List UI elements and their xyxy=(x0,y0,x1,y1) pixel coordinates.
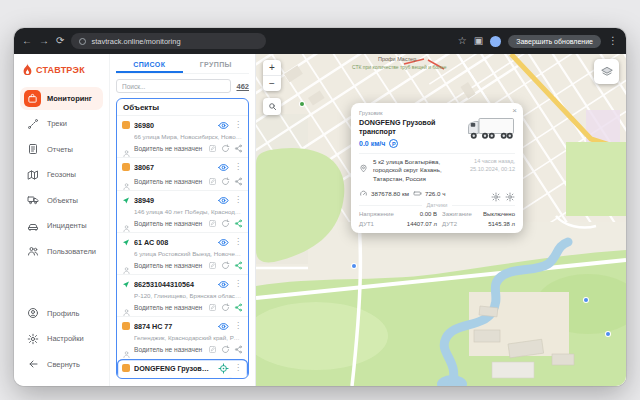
vehicle-title: DONGFENG Грузовой транспорт xyxy=(359,118,461,136)
odometer-icon xyxy=(359,189,368,198)
app-logo[interactable]: СТАВТРЭК xyxy=(20,61,103,84)
poi-dot xyxy=(352,264,356,268)
track-replay-icon[interactable] xyxy=(220,143,230,153)
locate-target-icon[interactable] xyxy=(217,362,229,374)
sidebar-item-geofences[interactable]: Геозоны xyxy=(20,163,103,186)
sensor-value: 14407.07 л xyxy=(399,221,437,227)
site-info-icon[interactable] xyxy=(79,38,86,45)
edit-note-icon[interactable] xyxy=(207,143,217,153)
visibility-eye-icon[interactable] xyxy=(217,236,229,248)
tab-list[interactable]: СПИСОК xyxy=(116,59,183,73)
item-menu-icon[interactable]: ⋮ xyxy=(233,163,243,171)
popup-location-row: 5 к2 улица Богатырёва, городской округ К… xyxy=(359,158,515,183)
edit-note-icon[interactable] xyxy=(207,344,217,354)
browser-update-button[interactable]: Завершить обновление xyxy=(508,35,601,48)
parking-status-icon: P xyxy=(389,139,398,148)
search-input[interactable] xyxy=(116,79,231,93)
settings-icon xyxy=(24,330,41,347)
object-list-item[interactable]: 8874 НС 77⋮Геленджик, Краснодарский край… xyxy=(117,316,248,358)
map-search-button[interactable] xyxy=(263,98,281,115)
poi-dot-green xyxy=(300,102,304,106)
map-layers-button[interactable] xyxy=(594,59,619,84)
back-icon[interactable]: ← xyxy=(22,36,32,46)
status-parked-icon xyxy=(122,364,130,372)
item-menu-icon[interactable]: ⋮ xyxy=(233,322,243,330)
item-menu-icon[interactable]: ⋮ xyxy=(233,196,243,204)
extensions-icon[interactable]: ▣ xyxy=(474,36,483,46)
route-share-icon[interactable] xyxy=(233,143,243,153)
route-share-icon[interactable] xyxy=(233,176,243,186)
sidebar-item-tracks[interactable]: Треки xyxy=(20,112,103,135)
track-replay-icon[interactable] xyxy=(220,260,230,270)
object-list-item[interactable]: 36980⋮66 улица Мира, Новосибирск, Новоси… xyxy=(117,115,248,157)
sidebar-item-collapse[interactable]: Свернуть xyxy=(20,353,103,376)
edit-note-icon[interactable] xyxy=(207,176,217,186)
visibility-eye-icon[interactable] xyxy=(217,161,229,173)
object-list-item[interactable]: 38067⋮Водитель не назначен xyxy=(117,157,248,190)
item-menu-icon[interactable]: ⋮ xyxy=(233,121,243,129)
search-row: 462 xyxy=(116,79,249,93)
object-list-item[interactable]: 38949⋮146 улица 40 лет Победы, Краснодар… xyxy=(117,190,248,232)
route-share-icon[interactable] xyxy=(233,302,243,312)
item-menu-icon[interactable]: ⋮ xyxy=(233,280,243,288)
close-icon[interactable]: × xyxy=(512,106,517,115)
sensor-label: ДУТ2 xyxy=(442,221,472,227)
profile-avatar[interactable] xyxy=(490,36,501,47)
track-replay-icon[interactable] xyxy=(220,302,230,312)
visibility-eye-icon[interactable] xyxy=(217,194,229,206)
sidebar-item-reports[interactable]: Отчеты xyxy=(20,138,103,161)
track-replay-icon[interactable] xyxy=(220,176,230,186)
track-replay-icon[interactable] xyxy=(220,344,230,354)
visibility-eye-icon[interactable] xyxy=(217,278,229,290)
app-content: СТАВТРЭК МониторингТрекиОтчетыГеозоныОбъ… xyxy=(14,54,626,386)
item-menu-icon[interactable]: ⋮ xyxy=(233,238,243,246)
tab-groups[interactable]: ГРУППЫ xyxy=(183,59,250,73)
reload-icon[interactable]: ⟳ xyxy=(56,36,64,46)
route-share-icon[interactable] xyxy=(233,344,243,354)
edit-note-icon[interactable] xyxy=(207,218,217,228)
objects-panel: СПИСОК ГРУППЫ 462 Объекты 36980⋮66 улица… xyxy=(110,54,256,386)
bookmark-star-icon[interactable]: ☆ xyxy=(458,36,467,46)
objects-count[interactable]: 462 xyxy=(236,82,249,91)
edit-note-icon[interactable] xyxy=(207,302,217,312)
sensors-settings-icon[interactable] xyxy=(491,188,501,198)
driver-status: Водитель не назначен xyxy=(134,178,204,185)
objects-section-title: Объекты xyxy=(117,99,248,115)
route-share-icon[interactable] xyxy=(233,218,243,228)
zoom-in-button[interactable]: + xyxy=(263,60,281,75)
route-share-icon[interactable] xyxy=(233,260,243,270)
object-title: 38949 xyxy=(134,196,213,205)
driver-person-icon xyxy=(122,345,131,354)
settings-gear-icon[interactable] xyxy=(505,188,515,198)
track-replay-icon[interactable] xyxy=(220,218,230,228)
driver-person-icon xyxy=(122,144,131,153)
objects-list: 36980⋮66 улица Мира, Новосибирск, Новоси… xyxy=(117,115,248,378)
sidebar-item-profile[interactable]: Профиль xyxy=(20,302,103,325)
object-list-item[interactable]: 862531044310564⋮Р-120, Глинищево, Брянск… xyxy=(117,274,248,316)
item-menu-icon[interactable]: ⋮ xyxy=(233,364,243,372)
profile-icon xyxy=(24,305,41,322)
forward-icon[interactable]: → xyxy=(39,36,49,46)
vehicle-address: 5 к2 улица Богатырёва, городской округ К… xyxy=(373,158,466,183)
reports-icon xyxy=(24,141,41,158)
collapse-icon xyxy=(24,356,41,373)
object-list-item[interactable]: 61 АС 008⋮6 улица Ростовский Выезд, Ново… xyxy=(117,232,248,274)
object-title: 36980 xyxy=(134,121,213,130)
sensor-label: Зажигание xyxy=(442,211,472,217)
visibility-eye-icon[interactable] xyxy=(217,320,229,332)
sidebar-item-settings[interactable]: Настройки xyxy=(20,327,103,350)
map[interactable]: Профи Мастер СТК при количестве труб вещ… xyxy=(256,54,626,386)
edit-note-icon[interactable] xyxy=(207,260,217,270)
object-address: Р-120, Глинищево, Брянская область, Росс… xyxy=(134,292,243,299)
url-text: stavtrack.online/monitoring xyxy=(91,37,180,46)
sidebar-item-objects[interactable]: Объекты xyxy=(20,189,103,212)
object-list-item[interactable]: DONGFENG Грузовой транспорт⋮5 к2 улица Б… xyxy=(117,358,248,378)
visibility-eye-icon[interactable] xyxy=(217,119,229,131)
browser-menu-icon[interactable]: ⋮ xyxy=(608,36,618,46)
sidebar-item-users[interactable]: Пользователи xyxy=(20,240,103,263)
sidebar-item-incidents[interactable]: Инциденты xyxy=(20,214,103,237)
address-bar[interactable]: stavtrack.online/monitoring xyxy=(71,33,265,49)
zoom-out-button[interactable]: − xyxy=(263,76,281,91)
sidebar-item-monitoring[interactable]: Мониторинг xyxy=(20,87,103,110)
sidebar-item-label: Отчеты xyxy=(47,145,73,154)
